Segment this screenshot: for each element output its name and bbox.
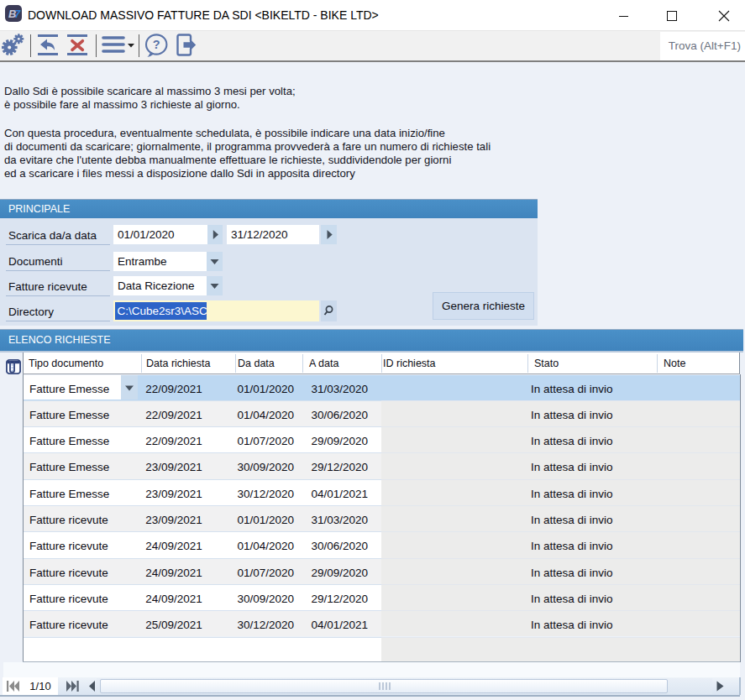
svg-text:?: ? [153,38,160,51]
svg-text:7: 7 [14,8,21,20]
